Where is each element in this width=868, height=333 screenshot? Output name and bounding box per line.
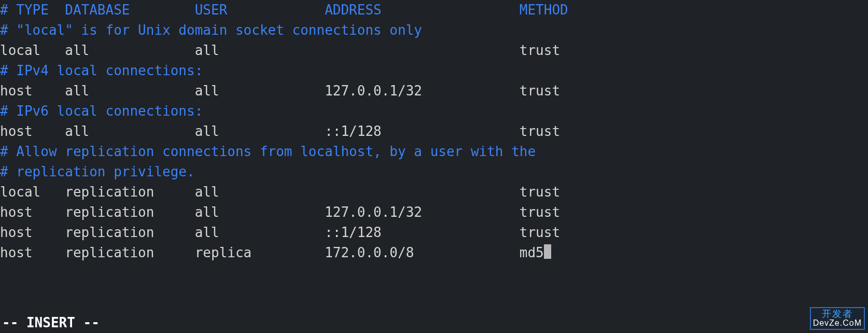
editor-line[interactable]: local replication all trust xyxy=(0,182,868,202)
editor-line[interactable]: host replication all ::1/128 trust xyxy=(0,223,868,243)
editor-line[interactable]: host all all 127.0.0.1/32 trust xyxy=(0,81,868,101)
editor-line[interactable]: local all all trust xyxy=(0,40,868,61)
vim-status-line: -- INSERT -- xyxy=(0,313,868,333)
editor-line[interactable]: # TYPE DATABASE USER ADDRESS METHOD xyxy=(0,0,868,20)
editor-line[interactable]: host replication replica 172.0.0.0/8 md5 xyxy=(0,243,868,263)
text-cursor xyxy=(544,244,551,259)
editor-line[interactable]: # "local" is for Unix domain socket conn… xyxy=(0,20,868,40)
vim-mode: INSERT xyxy=(26,315,75,330)
watermark: 开发者 DevZe.CoM xyxy=(810,307,865,330)
watermark-line2: DevZe.CoM xyxy=(813,319,862,328)
editor-line[interactable]: # IPv6 local connections: xyxy=(0,101,868,121)
editor-line[interactable]: host replication all 127.0.0.1/32 trust xyxy=(0,202,868,223)
editor-line[interactable]: # Allow replication connections from loc… xyxy=(0,142,868,162)
watermark-line1: 开发者 xyxy=(813,309,862,319)
editor-line[interactable]: # IPv4 local connections: xyxy=(0,61,868,81)
editor-line[interactable]: host all all ::1/128 trust xyxy=(0,121,868,142)
editor-line[interactable]: # replication privilege. xyxy=(0,162,868,182)
editor-area[interactable]: # TYPE DATABASE USER ADDRESS METHOD# "lo… xyxy=(0,0,868,263)
